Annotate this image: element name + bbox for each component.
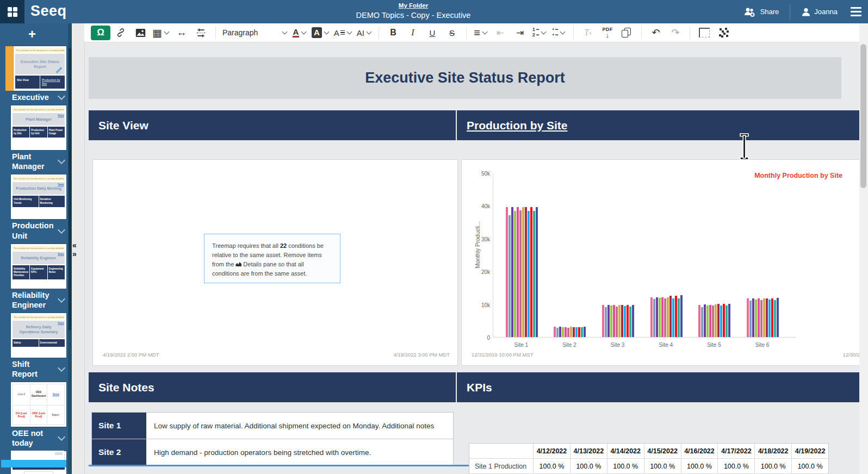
indent-button[interactable] bbox=[511, 25, 529, 40]
sidebar-item-shift-report[interactable]: The schedule for this document is curren… bbox=[0, 313, 72, 379]
bar-jul[interactable] bbox=[618, 305, 621, 338]
sidebar-item-label-row[interactable]: Production Unit bbox=[12, 221, 65, 240]
sidebar-item-reliability-engineer[interactable]: The schedule for this document is curren… bbox=[0, 244, 72, 310]
bar-jun[interactable] bbox=[519, 210, 522, 338]
bar-oct[interactable] bbox=[771, 298, 773, 338]
sidebar-item-plant-manager[interactable]: The schedule for this document is curren… bbox=[0, 105, 72, 171]
bar-apr[interactable] bbox=[659, 298, 661, 338]
font-color-button[interactable]: A bbox=[290, 25, 309, 40]
chevron-down-icon[interactable] bbox=[58, 92, 65, 100]
sidebar-item-label-row[interactable]: OEE not today bbox=[12, 428, 65, 448]
site-notes-table[interactable]: Site 1Low supply of raw material. Additi… bbox=[91, 412, 454, 466]
full-width-toggle-button[interactable] bbox=[172, 25, 191, 40]
bar-jan[interactable] bbox=[650, 297, 653, 338]
section-header-kpis[interactable]: KPIs bbox=[457, 372, 859, 402]
background-pattern-button[interactable] bbox=[715, 25, 733, 40]
bar-jan[interactable] bbox=[554, 327, 556, 338]
bar-nov[interactable] bbox=[533, 211, 535, 338]
chevron-down-icon[interactable] bbox=[58, 295, 65, 303]
bar-may[interactable] bbox=[565, 327, 567, 338]
site-note-text[interactable]: High demand - production operators being… bbox=[146, 439, 453, 465]
bar-mar[interactable] bbox=[752, 298, 754, 338]
bar-dec[interactable] bbox=[584, 327, 586, 338]
bar-jul[interactable] bbox=[570, 327, 572, 338]
bar-oct[interactable] bbox=[723, 304, 725, 338]
app-launcher-button[interactable] bbox=[0, 0, 24, 23]
chevron-down-icon[interactable] bbox=[58, 364, 65, 372]
bar-oct[interactable] bbox=[578, 327, 580, 338]
collapse-expand-arrows-icon[interactable] bbox=[72, 241, 84, 258]
bar-jul[interactable] bbox=[715, 304, 717, 338]
sidebar-item-oee-not-today[interactable]: Line 2OEE DashboardSeeqOA (Last Prod)OEE… bbox=[0, 382, 72, 448]
font-background-button[interactable]: A bbox=[310, 25, 331, 40]
bar-mar[interactable] bbox=[704, 304, 706, 338]
bar-oct[interactable] bbox=[675, 296, 677, 338]
bar-jan[interactable] bbox=[506, 207, 508, 338]
bar-jan[interactable] bbox=[698, 305, 700, 338]
user-menu[interactable]: Joanna bbox=[798, 0, 841, 23]
bar-feb[interactable] bbox=[749, 301, 752, 338]
page-thumbnail[interactable]: The schedule for this document is curren… bbox=[11, 313, 66, 358]
bar-apr[interactable] bbox=[610, 305, 612, 338]
sidebar-item-label-row[interactable]: Shift Report bbox=[12, 359, 65, 379]
bar-aug[interactable] bbox=[621, 305, 623, 338]
strikethrough-button[interactable]: S bbox=[443, 25, 461, 40]
bar-dec[interactable] bbox=[536, 207, 538, 338]
bar-dec[interactable] bbox=[728, 304, 730, 338]
bar-oct[interactable] bbox=[530, 207, 532, 338]
page-thumbnail[interactable]: The schedule for this document is curren… bbox=[11, 105, 66, 150]
bullet-list-button[interactable] bbox=[550, 25, 568, 40]
bar-jul[interactable] bbox=[763, 298, 765, 338]
bold-button[interactable]: B bbox=[384, 25, 402, 40]
bar-nov[interactable] bbox=[726, 305, 728, 338]
line-height-button[interactable]: AI bbox=[355, 25, 374, 40]
page-break-button[interactable] bbox=[192, 25, 210, 40]
sidebar-scrollbar[interactable] bbox=[68, 23, 72, 474]
insert-seeq-content-button[interactable] bbox=[91, 26, 110, 40]
bar-mar[interactable] bbox=[607, 305, 610, 338]
hamburger-menu-icon[interactable] bbox=[848, 5, 864, 18]
bar-jun[interactable] bbox=[616, 307, 618, 338]
sidebar-item-label-row[interactable]: Executive bbox=[12, 92, 65, 102]
page-scrollbar[interactable] bbox=[859, 23, 868, 474]
share-button[interactable]: Share bbox=[740, 0, 783, 23]
bar-jul[interactable] bbox=[522, 207, 524, 338]
bar-nov[interactable] bbox=[629, 307, 631, 338]
chevron-down-icon[interactable] bbox=[58, 157, 65, 164]
partial-page-thumbnail[interactable] bbox=[11, 451, 64, 460]
bar-jun[interactable] bbox=[664, 298, 666, 338]
text-align-dropdown[interactable] bbox=[472, 25, 490, 40]
bar-nov[interactable] bbox=[774, 300, 776, 338]
kpi-table[interactable]: 4/12/20224/13/20224/14/20224/15/20224/16… bbox=[469, 443, 829, 474]
bar-apr[interactable] bbox=[562, 327, 564, 338]
bar-sep[interactable] bbox=[575, 327, 578, 338]
bar-jul[interactable] bbox=[667, 297, 669, 338]
bar-aug[interactable] bbox=[766, 298, 768, 338]
bar-aug[interactable] bbox=[717, 304, 720, 338]
bar-apr[interactable] bbox=[514, 211, 516, 338]
bar-sep[interactable] bbox=[768, 300, 771, 338]
bar-feb[interactable] bbox=[509, 215, 511, 338]
page-thumbnail[interactable]: The schedule for this document is curren… bbox=[14, 46, 66, 91]
bar-jun[interactable] bbox=[760, 300, 762, 338]
site-note-row[interactable]: Site 2High demand - production operators… bbox=[92, 439, 453, 465]
bar-may[interactable] bbox=[758, 298, 760, 338]
section-header-site-notes[interactable]: Site Notes bbox=[89, 372, 456, 402]
seeq-logo[interactable]: Seeq bbox=[30, 3, 67, 20]
bar-may[interactable] bbox=[661, 297, 664, 338]
insert-image-button[interactable] bbox=[131, 25, 150, 40]
redo-button[interactable] bbox=[666, 25, 685, 40]
seeq-link[interactable]: Seeq bbox=[58, 322, 64, 325]
report-title-banner[interactable]: Executive Site Status Report bbox=[89, 57, 841, 99]
sidebar-item-production-unit[interactable]: The schedule for this document is curren… bbox=[0, 174, 72, 240]
page-thumbnail[interactable]: The schedule for this document is curren… bbox=[11, 244, 66, 289]
bar-sep[interactable] bbox=[528, 211, 530, 338]
paragraph-style-dropdown[interactable]: Paragraph bbox=[221, 25, 289, 40]
breadcrumb-folder-link[interactable]: My Folder bbox=[399, 2, 428, 9]
copy-document-button[interactable] bbox=[618, 25, 636, 40]
section-header-site-view[interactable]: Site View bbox=[89, 110, 456, 140]
bar-sep[interactable] bbox=[672, 298, 674, 338]
font-size-button[interactable]: A bbox=[332, 25, 354, 40]
bar-aug[interactable] bbox=[525, 207, 527, 338]
bar-dec[interactable] bbox=[777, 298, 779, 338]
